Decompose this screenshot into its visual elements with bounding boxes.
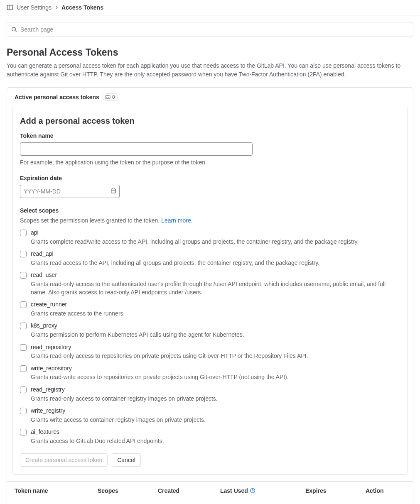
search-container[interactable] xyxy=(7,22,413,37)
scope-name: api xyxy=(31,229,400,237)
scope-checkbox-create_runner[interactable] xyxy=(20,301,27,308)
svg-point-2 xyxy=(12,27,16,31)
scope-item-write_registry: write_registryGrants write access to con… xyxy=(20,407,400,424)
col-scopes: Scopes xyxy=(98,487,158,494)
svg-rect-7 xyxy=(111,189,116,193)
calendar-icon[interactable] xyxy=(111,188,116,195)
svg-rect-0 xyxy=(7,5,13,10)
scope-checkbox-api[interactable] xyxy=(20,230,27,236)
scope-checkbox-read_registry[interactable] xyxy=(20,387,27,393)
col-created: Created xyxy=(158,487,220,494)
search-icon xyxy=(11,27,17,32)
help-icon[interactable] xyxy=(250,488,255,494)
scope-item-read_registry: read_registryGrants read-only access to … xyxy=(20,386,400,403)
col-expires: Expires xyxy=(305,487,366,494)
scope-item-create_runner: create_runnerGrants create access to the… xyxy=(20,301,400,318)
scope-text: read_repositoryGrants read-only access t… xyxy=(31,343,400,360)
breadcrumb-parent[interactable]: User Settings xyxy=(17,4,52,11)
scope-name: k8s_proxy xyxy=(31,322,400,330)
scope-checkbox-read_repository[interactable] xyxy=(20,344,27,351)
active-tokens-label: Active personal access tokens xyxy=(15,94,99,100)
scope-name: read_user xyxy=(31,271,400,279)
scope-desc: Grants complete read/write access to the… xyxy=(31,238,400,246)
scope-text: k8s_proxyGrants permission to perform Ku… xyxy=(31,322,400,339)
scope-name: read_registry xyxy=(31,386,400,394)
scope-name: ai_features xyxy=(31,428,400,436)
scope-name: read_repository xyxy=(31,343,400,352)
scope-text: create_runnerGrants create access to the… xyxy=(31,301,400,318)
scope-desc: Grants write access to container registr… xyxy=(31,416,400,424)
scope-checkbox-write_repository[interactable] xyxy=(20,365,27,372)
scope-name: write_registry xyxy=(31,407,400,415)
svg-line-3 xyxy=(15,31,17,32)
active-tokens-header: Active personal access tokens 0 xyxy=(7,88,413,107)
scope-desc: Grants read-write access to repositories… xyxy=(31,373,400,382)
svg-point-6 xyxy=(108,97,109,98)
scope-desc: Grants read-only access to container reg… xyxy=(31,395,400,403)
topbar: User Settings Access Tokens xyxy=(0,0,420,15)
scope-text: ai_featuresGrants access to GitLab Duo r… xyxy=(31,428,400,445)
panel-left-icon[interactable] xyxy=(7,4,13,11)
col-action: Action xyxy=(366,487,405,494)
chevron-right-icon xyxy=(54,5,59,10)
create-token-button[interactable]: Create personal access token xyxy=(20,453,108,467)
page-description: You can generate a personal access token… xyxy=(7,61,413,79)
scope-item-write_repository: write_repositoryGrants read-write access… xyxy=(20,365,400,382)
scopes-label: Select scopes xyxy=(20,207,400,214)
scope-list: apiGrants complete read/write access to … xyxy=(20,229,400,445)
scope-item-api: apiGrants complete read/write access to … xyxy=(20,229,400,246)
scope-text: write_repositoryGrants read-write access… xyxy=(31,365,400,382)
col-last-used: Last Used xyxy=(220,487,305,494)
tokens-panel: Active personal access tokens 0 Add a pe… xyxy=(7,87,413,504)
scope-name: create_runner xyxy=(31,301,400,309)
token-name-input[interactable] xyxy=(20,142,253,156)
scope-item-read_user: read_userGrants read-only access to the … xyxy=(20,271,400,296)
content: Personal Access Tokens You can generate … xyxy=(0,15,420,504)
scope-text: apiGrants complete read/write access to … xyxy=(31,229,400,246)
active-tokens-count: 0 xyxy=(112,94,115,100)
scope-text: read_apiGrants read access to the API, i… xyxy=(31,250,400,267)
add-token-form: Add a personal access token Token name F… xyxy=(12,107,408,475)
scope-checkbox-read_api[interactable] xyxy=(20,251,27,257)
tokens-table: Token name Scopes Created Last Used Expi… xyxy=(7,481,413,504)
expiration-input[interactable] xyxy=(20,185,120,198)
scope-item-read_repository: read_repositoryGrants read-only access t… xyxy=(20,343,400,360)
scope-item-ai_features: ai_featuresGrants access to GitLab Duo r… xyxy=(20,428,400,445)
token-icon xyxy=(105,95,111,99)
scope-item-k8s_proxy: k8s_proxyGrants permission to perform Ku… xyxy=(20,322,400,339)
cancel-button[interactable]: Cancel xyxy=(112,453,141,467)
add-token-title: Add a personal access token xyxy=(20,116,400,126)
scope-checkbox-write_registry[interactable] xyxy=(20,408,27,414)
scopes-desc-text: Scopes set the permission levels granted… xyxy=(20,217,161,224)
scope-name: write_repository xyxy=(31,365,400,373)
scope-desc: Grants read-only access to repositories … xyxy=(31,352,400,360)
breadcrumb-current: Access Tokens xyxy=(61,4,103,11)
svg-rect-4 xyxy=(105,95,110,99)
scope-item-read_api: read_apiGrants read access to the API, i… xyxy=(20,250,400,267)
scope-name: read_api xyxy=(31,250,400,258)
button-row: Create personal access token Cancel xyxy=(20,453,400,467)
expiration-label: Expiration date xyxy=(20,175,400,181)
token-name-label: Token name xyxy=(20,132,400,139)
scope-text: write_registryGrants write access to con… xyxy=(31,407,400,424)
scope-desc: Grants permission to perform Kubernetes … xyxy=(31,331,400,339)
page-title: Personal Access Tokens xyxy=(7,47,413,58)
scope-desc: Grants read-only access to the authentic… xyxy=(31,280,400,296)
scope-text: read_registryGrants read-only access to … xyxy=(31,386,400,403)
breadcrumb: User Settings Access Tokens xyxy=(17,4,103,11)
expiration-wrap xyxy=(20,185,120,198)
svg-point-12 xyxy=(252,492,253,492)
scope-checkbox-k8s_proxy[interactable] xyxy=(20,323,27,329)
search-input[interactable] xyxy=(20,26,409,33)
table-header: Token name Scopes Created Last Used Expi… xyxy=(7,481,413,500)
scopes-desc: Scopes set the permission levels granted… xyxy=(20,217,400,224)
col-token-name: Token name xyxy=(15,487,98,494)
scope-desc: Grants access to GitLab Duo related API … xyxy=(31,437,400,445)
active-tokens-count-badge: 0 xyxy=(103,93,118,101)
table-empty: This user has no active personal access … xyxy=(7,500,413,504)
col-last-used-label: Last Used xyxy=(220,487,248,494)
learn-more-link[interactable]: Learn more. xyxy=(161,217,192,224)
scope-checkbox-read_user[interactable] xyxy=(20,272,27,279)
scope-checkbox-ai_features[interactable] xyxy=(20,429,27,435)
scope-desc: Grants create access to the runners. xyxy=(31,310,400,318)
